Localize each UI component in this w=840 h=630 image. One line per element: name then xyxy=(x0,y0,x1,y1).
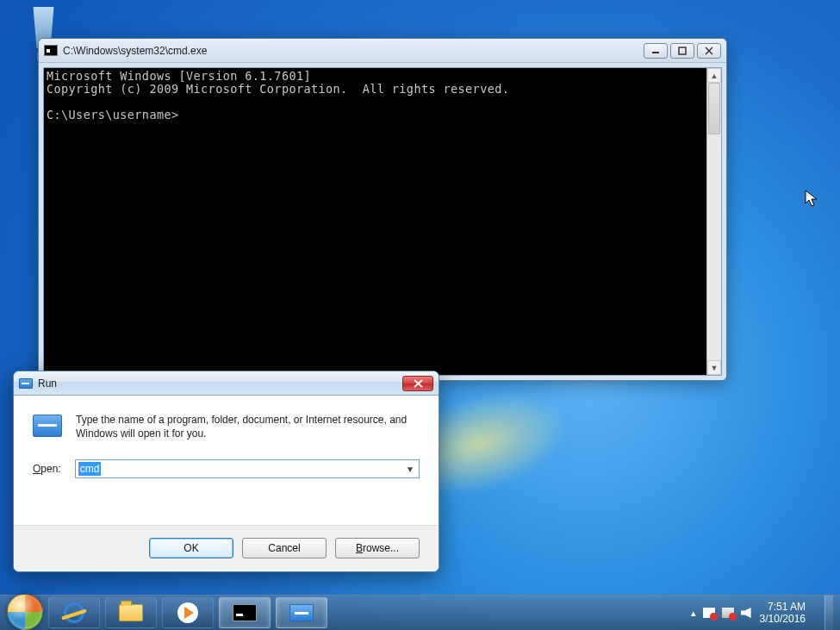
chevron-down-icon[interactable]: ▼ xyxy=(403,462,417,476)
tray-date: 3/10/2016 xyxy=(760,613,806,625)
ok-button[interactable]: OK xyxy=(149,538,233,558)
svg-rect-1 xyxy=(679,47,686,54)
taskbar-item-cmd[interactable] xyxy=(219,597,271,628)
cmd-window: C:\Windows\system32\cmd.exe Microsoft Wi… xyxy=(38,38,727,381)
tray-volume-icon[interactable] xyxy=(741,608,751,618)
start-button[interactable] xyxy=(7,594,43,630)
taskbar-item-ie[interactable] xyxy=(48,597,100,628)
taskbar: ▴ 7:51 AM 3/10/2016 xyxy=(0,595,840,630)
maximize-icon xyxy=(678,47,687,55)
tray-show-hidden-icon[interactable]: ▴ xyxy=(691,608,696,619)
run-description: Type the name of a program, folder, docu… xyxy=(76,413,420,440)
mouse-cursor-icon xyxy=(805,190,820,213)
close-icon xyxy=(414,379,423,388)
run-icon xyxy=(289,604,314,621)
tray-clock[interactable]: 7:51 AM 3/10/2016 xyxy=(760,601,811,625)
run-program-icon xyxy=(33,415,62,437)
run-title: Run xyxy=(38,377,57,390)
cmd-titlebar[interactable]: C:\Windows\system32\cmd.exe xyxy=(39,39,726,63)
cmd-icon xyxy=(233,604,257,621)
close-button[interactable] xyxy=(697,43,721,59)
media-player-icon xyxy=(177,602,198,623)
cancel-button[interactable]: Cancel xyxy=(242,538,327,558)
run-titlebar-icon xyxy=(19,378,33,389)
scroll-down-button[interactable]: ▼ xyxy=(707,360,721,375)
minimize-icon xyxy=(651,47,660,55)
run-dialog: Run Type the name of a program, folder, … xyxy=(13,371,439,572)
folder-icon xyxy=(119,604,143,621)
run-close-button[interactable] xyxy=(402,376,433,391)
cmd-title: C:\Windows\system32\cmd.exe xyxy=(63,45,207,57)
taskbar-item-media-player[interactable] xyxy=(162,597,214,628)
tray-network-icon[interactable] xyxy=(722,608,734,618)
open-combobox[interactable]: cmd ▼ xyxy=(75,459,420,478)
cmd-console[interactable]: Microsoft Windows [Version 6.1.7601] Cop… xyxy=(44,68,706,375)
close-icon xyxy=(705,47,713,55)
scroll-thumb[interactable] xyxy=(708,83,720,134)
browse-button[interactable]: Browse... xyxy=(335,538,420,558)
taskbar-item-explorer[interactable] xyxy=(105,597,157,628)
minimize-button[interactable] xyxy=(644,43,668,59)
show-desktop-button[interactable] xyxy=(824,596,833,630)
run-titlebar[interactable]: Run xyxy=(14,371,439,396)
cmd-titlebar-icon xyxy=(44,45,58,56)
cmd-scrollbar[interactable]: ▲ ▼ xyxy=(706,68,721,375)
open-value: cmd xyxy=(78,462,102,476)
maximize-button[interactable] xyxy=(670,43,694,59)
tray-time: 7:51 AM xyxy=(760,601,806,613)
ie-icon xyxy=(64,602,84,623)
scroll-up-button[interactable]: ▲ xyxy=(707,68,721,83)
system-tray: ▴ 7:51 AM 3/10/2016 xyxy=(691,596,833,630)
taskbar-item-run[interactable] xyxy=(276,597,327,628)
tray-action-center-icon[interactable] xyxy=(703,608,715,618)
open-label: Open: xyxy=(33,463,61,475)
